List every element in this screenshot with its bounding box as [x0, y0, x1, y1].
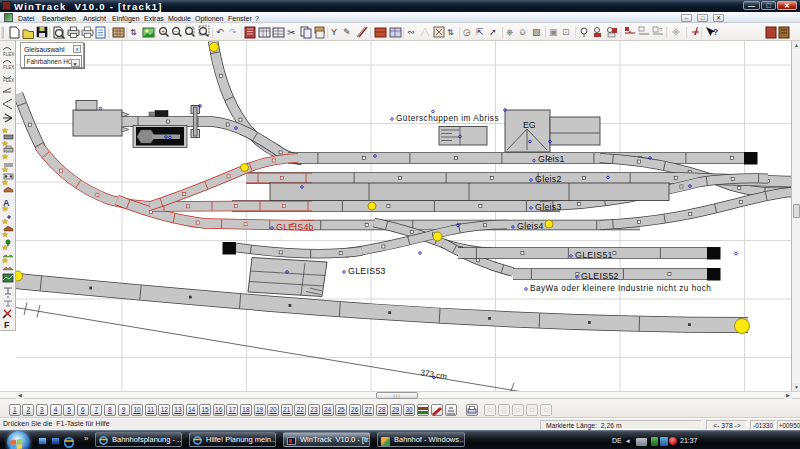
svg-text:◶: ◶ — [463, 27, 471, 37]
svg-text:⎈: ⎈ — [506, 27, 513, 37]
svg-text:Y: Y — [331, 27, 337, 37]
svg-text:↶: ↶ — [216, 27, 224, 37]
svg-text:FLEX: FLEX — [3, 65, 14, 70]
svg-text:Gleis4: Gleis4 — [517, 221, 544, 231]
svg-text:Gleis1: Gleis1 — [538, 154, 565, 164]
svg-text:GLEIS53: GLEIS53 — [348, 266, 386, 276]
svg-text:Gleis2: Gleis2 — [535, 174, 562, 184]
svg-text:➚: ➚ — [489, 27, 497, 37]
svg-text:F: F — [4, 320, 10, 330]
svg-text:⇅: ⇅ — [447, 28, 454, 37]
svg-text:FLEX: FLEX — [3, 78, 14, 83]
svg-text:✎: ✎ — [343, 27, 351, 37]
svg-text:⇱: ⇱ — [476, 27, 484, 37]
svg-text:⎉: ⎉ — [519, 27, 526, 37]
svg-text:EG: EG — [523, 120, 536, 130]
svg-text:FLEX: FLEX — [3, 52, 14, 57]
svg-text:⊡: ⊡ — [562, 27, 570, 37]
svg-text:?: ? — [659, 27, 663, 33]
svg-text:+: + — [161, 28, 165, 34]
svg-text:GLEIS52: GLEIS52 — [581, 271, 619, 281]
svg-text:▣: ▣ — [549, 27, 558, 37]
svg-text:GLEIS4b: GLEIS4b — [276, 222, 314, 232]
svg-text:373 cm: 373 cm — [420, 368, 448, 381]
svg-text:Güterschuppen im Abriss: Güterschuppen im Abriss — [396, 114, 499, 123]
svg-text:↷: ↷ — [229, 27, 237, 37]
svg-text:−: − — [174, 28, 178, 34]
svg-text:BayWa oder kleinere Industrie: BayWa oder kleinere Industrie nicht zu h… — [530, 284, 711, 293]
svg-text:▧: ▧ — [532, 27, 541, 37]
svg-text:GLEIS51: GLEIS51 — [575, 250, 613, 260]
svg-text:∾: ∾ — [407, 27, 415, 37]
svg-text:Gleis3: Gleis3 — [535, 202, 562, 212]
svg-text:A: A — [3, 198, 10, 208]
svg-text:?: ? — [713, 27, 718, 37]
svg-text:✂: ✂ — [287, 27, 295, 38]
svg-text:⇅: ⇅ — [130, 28, 137, 37]
